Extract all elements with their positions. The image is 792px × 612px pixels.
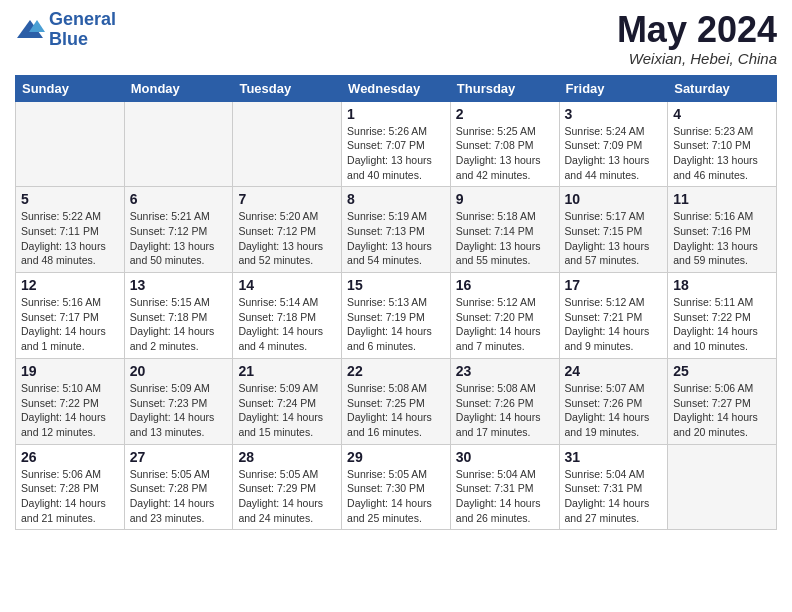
day-info: Sunrise: 5:22 AM Sunset: 7:11 PM Dayligh… <box>21 209 119 268</box>
day-number: 15 <box>347 277 445 293</box>
day-number: 29 <box>347 449 445 465</box>
day-info: Sunrise: 5:09 AM Sunset: 7:23 PM Dayligh… <box>130 381 228 440</box>
calendar-cell: 5Sunrise: 5:22 AM Sunset: 7:11 PM Daylig… <box>16 187 125 273</box>
calendar-cell: 26Sunrise: 5:06 AM Sunset: 7:28 PM Dayli… <box>16 444 125 530</box>
calendar-cell: 2Sunrise: 5:25 AM Sunset: 7:08 PM Daylig… <box>450 101 559 187</box>
day-number: 1 <box>347 106 445 122</box>
week-row-4: 19Sunrise: 5:10 AM Sunset: 7:22 PM Dayli… <box>16 358 777 444</box>
calendar-cell: 9Sunrise: 5:18 AM Sunset: 7:14 PM Daylig… <box>450 187 559 273</box>
calendar-cell: 7Sunrise: 5:20 AM Sunset: 7:12 PM Daylig… <box>233 187 342 273</box>
calendar-cell: 25Sunrise: 5:06 AM Sunset: 7:27 PM Dayli… <box>668 358 777 444</box>
calendar-cell: 1Sunrise: 5:26 AM Sunset: 7:07 PM Daylig… <box>342 101 451 187</box>
logo: General Blue <box>15 10 116 50</box>
day-number: 20 <box>130 363 228 379</box>
title-block: May 2024 Weixian, Hebei, China <box>617 10 777 67</box>
calendar-cell: 14Sunrise: 5:14 AM Sunset: 7:18 PM Dayli… <box>233 273 342 359</box>
day-number: 16 <box>456 277 554 293</box>
week-row-5: 26Sunrise: 5:06 AM Sunset: 7:28 PM Dayli… <box>16 444 777 530</box>
day-info: Sunrise: 5:09 AM Sunset: 7:24 PM Dayligh… <box>238 381 336 440</box>
day-number: 23 <box>456 363 554 379</box>
week-row-1: 1Sunrise: 5:26 AM Sunset: 7:07 PM Daylig… <box>16 101 777 187</box>
calendar-cell: 16Sunrise: 5:12 AM Sunset: 7:20 PM Dayli… <box>450 273 559 359</box>
day-number: 25 <box>673 363 771 379</box>
calendar-cell: 21Sunrise: 5:09 AM Sunset: 7:24 PM Dayli… <box>233 358 342 444</box>
day-number: 21 <box>238 363 336 379</box>
day-number: 19 <box>21 363 119 379</box>
day-info: Sunrise: 5:05 AM Sunset: 7:30 PM Dayligh… <box>347 467 445 526</box>
day-info: Sunrise: 5:24 AM Sunset: 7:09 PM Dayligh… <box>565 124 663 183</box>
weekday-header-tuesday: Tuesday <box>233 75 342 101</box>
day-number: 24 <box>565 363 663 379</box>
calendar-cell: 17Sunrise: 5:12 AM Sunset: 7:21 PM Dayli… <box>559 273 668 359</box>
weekday-header-saturday: Saturday <box>668 75 777 101</box>
calendar-cell: 10Sunrise: 5:17 AM Sunset: 7:15 PM Dayli… <box>559 187 668 273</box>
day-number: 26 <box>21 449 119 465</box>
calendar-cell: 23Sunrise: 5:08 AM Sunset: 7:26 PM Dayli… <box>450 358 559 444</box>
day-number: 30 <box>456 449 554 465</box>
day-info: Sunrise: 5:23 AM Sunset: 7:10 PM Dayligh… <box>673 124 771 183</box>
calendar-cell: 3Sunrise: 5:24 AM Sunset: 7:09 PM Daylig… <box>559 101 668 187</box>
day-info: Sunrise: 5:10 AM Sunset: 7:22 PM Dayligh… <box>21 381 119 440</box>
day-info: Sunrise: 5:05 AM Sunset: 7:29 PM Dayligh… <box>238 467 336 526</box>
day-info: Sunrise: 5:06 AM Sunset: 7:28 PM Dayligh… <box>21 467 119 526</box>
calendar-cell: 28Sunrise: 5:05 AM Sunset: 7:29 PM Dayli… <box>233 444 342 530</box>
calendar-cell <box>233 101 342 187</box>
calendar-cell: 12Sunrise: 5:16 AM Sunset: 7:17 PM Dayli… <box>16 273 125 359</box>
calendar: SundayMondayTuesdayWednesdayThursdayFrid… <box>15 75 777 531</box>
day-number: 31 <box>565 449 663 465</box>
day-number: 2 <box>456 106 554 122</box>
day-number: 18 <box>673 277 771 293</box>
location: Weixian, Hebei, China <box>617 50 777 67</box>
day-info: Sunrise: 5:08 AM Sunset: 7:25 PM Dayligh… <box>347 381 445 440</box>
calendar-cell: 18Sunrise: 5:11 AM Sunset: 7:22 PM Dayli… <box>668 273 777 359</box>
calendar-cell: 8Sunrise: 5:19 AM Sunset: 7:13 PM Daylig… <box>342 187 451 273</box>
day-info: Sunrise: 5:05 AM Sunset: 7:28 PM Dayligh… <box>130 467 228 526</box>
calendar-cell <box>16 101 125 187</box>
logo-line2: Blue <box>49 29 88 49</box>
day-info: Sunrise: 5:13 AM Sunset: 7:19 PM Dayligh… <box>347 295 445 354</box>
weekday-header-sunday: Sunday <box>16 75 125 101</box>
weekday-header-monday: Monday <box>124 75 233 101</box>
day-number: 28 <box>238 449 336 465</box>
day-number: 17 <box>565 277 663 293</box>
logo-text: General Blue <box>49 10 116 50</box>
header: General Blue May 2024 Weixian, Hebei, Ch… <box>15 10 777 67</box>
calendar-cell: 24Sunrise: 5:07 AM Sunset: 7:26 PM Dayli… <box>559 358 668 444</box>
day-number: 13 <box>130 277 228 293</box>
day-info: Sunrise: 5:19 AM Sunset: 7:13 PM Dayligh… <box>347 209 445 268</box>
day-info: Sunrise: 5:07 AM Sunset: 7:26 PM Dayligh… <box>565 381 663 440</box>
day-info: Sunrise: 5:21 AM Sunset: 7:12 PM Dayligh… <box>130 209 228 268</box>
day-info: Sunrise: 5:20 AM Sunset: 7:12 PM Dayligh… <box>238 209 336 268</box>
day-number: 10 <box>565 191 663 207</box>
calendar-cell: 6Sunrise: 5:21 AM Sunset: 7:12 PM Daylig… <box>124 187 233 273</box>
day-info: Sunrise: 5:17 AM Sunset: 7:15 PM Dayligh… <box>565 209 663 268</box>
day-number: 6 <box>130 191 228 207</box>
weekday-header-friday: Friday <box>559 75 668 101</box>
day-number: 5 <box>21 191 119 207</box>
day-number: 22 <box>347 363 445 379</box>
day-info: Sunrise: 5:18 AM Sunset: 7:14 PM Dayligh… <box>456 209 554 268</box>
day-info: Sunrise: 5:06 AM Sunset: 7:27 PM Dayligh… <box>673 381 771 440</box>
day-number: 3 <box>565 106 663 122</box>
week-row-2: 5Sunrise: 5:22 AM Sunset: 7:11 PM Daylig… <box>16 187 777 273</box>
calendar-cell: 19Sunrise: 5:10 AM Sunset: 7:22 PM Dayli… <box>16 358 125 444</box>
page-container: General Blue May 2024 Weixian, Hebei, Ch… <box>0 0 792 540</box>
calendar-cell <box>668 444 777 530</box>
calendar-cell <box>124 101 233 187</box>
calendar-cell: 27Sunrise: 5:05 AM Sunset: 7:28 PM Dayli… <box>124 444 233 530</box>
day-number: 14 <box>238 277 336 293</box>
day-info: Sunrise: 5:04 AM Sunset: 7:31 PM Dayligh… <box>565 467 663 526</box>
day-info: Sunrise: 5:08 AM Sunset: 7:26 PM Dayligh… <box>456 381 554 440</box>
day-info: Sunrise: 5:16 AM Sunset: 7:16 PM Dayligh… <box>673 209 771 268</box>
logo-line1: General <box>49 9 116 29</box>
day-info: Sunrise: 5:26 AM Sunset: 7:07 PM Dayligh… <box>347 124 445 183</box>
calendar-cell: 13Sunrise: 5:15 AM Sunset: 7:18 PM Dayli… <box>124 273 233 359</box>
calendar-cell: 31Sunrise: 5:04 AM Sunset: 7:31 PM Dayli… <box>559 444 668 530</box>
day-info: Sunrise: 5:12 AM Sunset: 7:21 PM Dayligh… <box>565 295 663 354</box>
calendar-cell: 4Sunrise: 5:23 AM Sunset: 7:10 PM Daylig… <box>668 101 777 187</box>
day-info: Sunrise: 5:16 AM Sunset: 7:17 PM Dayligh… <box>21 295 119 354</box>
calendar-cell: 11Sunrise: 5:16 AM Sunset: 7:16 PM Dayli… <box>668 187 777 273</box>
day-number: 9 <box>456 191 554 207</box>
day-info: Sunrise: 5:25 AM Sunset: 7:08 PM Dayligh… <box>456 124 554 183</box>
day-number: 4 <box>673 106 771 122</box>
